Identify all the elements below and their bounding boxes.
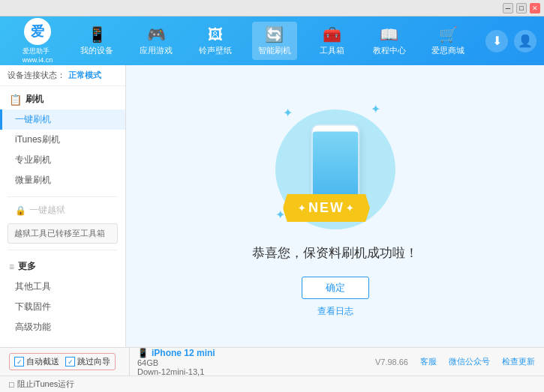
nav-my-device[interactable]: 📱 我的设备 [74, 22, 119, 60]
divider-2 [8, 250, 118, 250]
sidebar-item-advanced[interactable]: 高级功能 [0, 317, 125, 337]
check-update-link[interactable]: 检查更新 [502, 356, 535, 367]
nav-flash-icon: 🔄 [265, 25, 284, 43]
sidebar-item-one-click-flash[interactable]: 一键刷机 [0, 109, 125, 130]
sidebar-item-micro-flash[interactable]: 微量刷机 [0, 170, 125, 190]
nav-device-label: 我的设备 [80, 45, 113, 56]
nav-apps-label: 应用游戏 [140, 45, 173, 56]
success-illustration: ✦ ✦ ✦ ✦ NEW ✦ [260, 94, 410, 244]
nav-right-btns: ⬇ 👤 [485, 30, 536, 52]
flash-group-icon: 📋 [9, 94, 22, 106]
sidebar: 设备连接状态： 正常模式 📋 刷机 一键刷机 iTunes刷机 专业刷机 [0, 65, 126, 347]
nav-store[interactable]: 🛒 爱思商城 [425, 22, 470, 60]
nav-store-label: 爱思商城 [431, 45, 464, 56]
nav-tutorial-label: 教程中心 [373, 45, 406, 56]
window-controls[interactable]: ─ □ ✕ [503, 3, 540, 13]
bottom-right: V7.98.66 客服 微信公众号 检查更新 [375, 356, 535, 367]
nav-tutorial-icon: 📖 [380, 25, 398, 43]
nav-items: 📱 我的设备 🎮 应用游戏 🖼 铃声壁纸 🔄 智能刷机 🧰 工具箱 📖 [68, 22, 478, 60]
phone-icon: 📱 [137, 348, 149, 358]
sidebar-more-group: ≡ 更多 [0, 256, 125, 277]
new-banner: ✦ NEW ✦ [283, 194, 370, 222]
success-text: 恭喜您，保资料刷机成功啦！ [252, 244, 418, 262]
status-mode: 正常模式 [68, 70, 101, 81]
more-group-icon: ≡ [9, 262, 14, 272]
wechat-link[interactable]: 微信公众号 [449, 356, 490, 367]
sidebar-item-other-tools[interactable]: 其他工具 [0, 277, 125, 297]
sidebar-item-pro-flash[interactable]: 专业刷机 [0, 150, 125, 170]
sidebar-item-download-firmware[interactable]: 下载固件 [0, 297, 125, 317]
again-link[interactable]: 查看日志 [317, 305, 353, 318]
nav-device-icon: 📱 [88, 25, 107, 43]
account-btn[interactable]: 👤 [514, 30, 536, 52]
sparkle-2: ✦ [371, 102, 380, 116]
nav-apps-games[interactable]: 🎮 应用游戏 [134, 22, 179, 60]
flash-group-label: 刷机 [26, 93, 44, 106]
new-text: NEW [308, 200, 344, 216]
nav-wallpaper-icon: 🖼 [208, 26, 223, 43]
device-details: 64GB [137, 358, 215, 367]
phone-screen [312, 132, 358, 196]
bottom-bar: ✓ 自动截送 ✓ 跳过向导 📱 iPhone 12 mini 64GB Down… [0, 347, 544, 376]
nav-store-icon: 🛒 [439, 25, 458, 43]
customer-service-link[interactable]: 客服 [420, 356, 437, 367]
checkbox-group: ✓ 自动截送 ✓ 跳过向导 [9, 353, 116, 370]
new-star-right: ✦ [346, 203, 355, 214]
logo-area: 爱 爱思助手 www.i4.cn [8, 18, 68, 64]
status-label: 设备连接状态： [8, 70, 65, 81]
version-text: V7.98.66 [375, 358, 408, 367]
minimize-btn[interactable]: ─ [503, 3, 513, 13]
nav-apps-icon: 🎮 [147, 25, 166, 43]
confirm-button[interactable]: 确定 [302, 277, 369, 299]
new-star-left: ✦ [298, 203, 307, 214]
sidebar-item-itunes-flash[interactable]: iTunes刷机 [0, 130, 125, 150]
more-group-label: 更多 [18, 260, 36, 273]
title-bar: ─ □ ✕ [0, 0, 544, 16]
nav-tutorial[interactable]: 📖 教程中心 [367, 22, 412, 60]
stop-itunes-label: 阻止iTunes运行 [17, 379, 75, 390]
content-area: 设备连接状态： 正常模式 📋 刷机 一键刷机 iTunes刷机 专业刷机 [0, 65, 544, 347]
divider-1 [8, 196, 118, 197]
auto-send-checkbox[interactable]: ✓ [14, 357, 24, 367]
main-content: ✦ ✦ ✦ ✦ NEW ✦ 恭喜您，保资料刷机成功啦！ 确定 [126, 65, 544, 347]
nav-toolbox-label: 工具箱 [320, 45, 344, 56]
bottom-left: ✓ 自动截送 ✓ 跳过向导 📱 iPhone 12 mini 64GB Down… [9, 348, 215, 376]
maximize-btn[interactable]: □ [516, 3, 527, 13]
sparkle-3: ✦ [275, 208, 285, 222]
device-info: 📱 iPhone 12 mini 64GB Down-12mini-13,1 [129, 348, 215, 376]
sidebar-jailbreak-disabled: 🔒 一键越狱 [0, 200, 125, 220]
skip-wizard-checkbox-item: ✓ 跳过向导 [65, 356, 110, 367]
auto-send-checkbox-item: ✓ 自动截送 [14, 356, 59, 367]
auto-send-label: 自动截送 [26, 356, 59, 367]
skip-wizard-label: 跳过向导 [77, 356, 110, 367]
nav-smart-flash[interactable]: 🔄 智能刷机 [252, 22, 297, 60]
stop-itunes-bar: □ 阻止iTunes运行 [0, 376, 544, 392]
nav-bar: 爱 爱思助手 www.i4.cn 📱 我的设备 🎮 应用游戏 🖼 铃声壁纸 🔄 [0, 16, 544, 65]
device-model: Down-12mini-13,1 [137, 367, 215, 376]
sidebar-flash-group: 📋 刷机 [0, 89, 125, 109]
nav-wallpaper[interactable]: 🖼 铃声壁纸 [193, 22, 238, 60]
logo-subtitle: 爱思助手 www.i4.cn [23, 46, 53, 64]
download-btn[interactable]: ⬇ [485, 30, 508, 52]
sparkle-1: ✦ [283, 106, 293, 120]
nav-toolbox-icon: 🧰 [323, 25, 341, 43]
nav-flash-label: 智能刷机 [258, 45, 291, 56]
main-window: 爱 爱思助手 www.i4.cn 📱 我的设备 🎮 应用游戏 🖼 铃声壁纸 🔄 [0, 16, 544, 392]
sidebar-more-section: ≡ 更多 其他工具 下载固件 高级功能 [0, 253, 125, 340]
warning-text: 越狱工具已转移至工具箱 [14, 229, 105, 238]
close-btn[interactable]: ✕ [530, 3, 540, 13]
device-name: 📱 iPhone 12 mini [137, 348, 215, 358]
nav-toolbox[interactable]: 🧰 工具箱 [311, 22, 353, 60]
sidebar-warning-box: 越狱工具已转移至工具箱 [8, 223, 118, 244]
stop-itunes-icon: □ [9, 380, 14, 389]
lock-icon: 🔒 [15, 205, 26, 216]
sidebar-flash-section: 📋 刷机 一键刷机 iTunes刷机 专业刷机 微量刷机 [0, 86, 125, 193]
nav-wallpaper-label: 铃声壁纸 [199, 45, 232, 56]
skip-wizard-checkbox[interactable]: ✓ [65, 357, 75, 367]
status-bar: 设备连接状态： 正常模式 [0, 65, 125, 86]
logo-icon: 爱 [24, 18, 51, 45]
